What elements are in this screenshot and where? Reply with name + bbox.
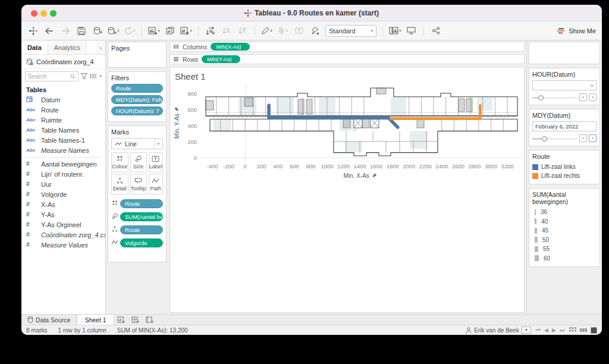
legend-item[interactable]: Lift-zaal rechts [532,171,597,180]
view-options-caret[interactable]: ▾ [99,74,102,79]
last-sheet-button[interactable]: ⏭ [560,327,564,334]
mark-pill[interactable]: Volgorde [120,239,163,247]
field-item[interactable]: #Volgorde [21,189,105,199]
date-slider-thumb[interactable] [542,136,547,142]
size-legend-item[interactable]: 36 [532,208,597,217]
size-legend-item[interactable]: 45 [532,226,597,236]
plot-area[interactable]: 0200400600800-400-2000200400600800100012… [170,67,524,258]
field-item[interactable]: AbcRuimte [21,115,105,125]
field-item[interactable]: #Y-As Orgineel [21,219,105,230]
highlight-button[interactable]: ▾ [261,24,273,38]
next-sheet-button[interactable]: ▶ [552,327,556,333]
duplicate-sheet-button[interactable] [164,24,176,38]
filmstrip-view-icon[interactable] [580,327,587,334]
field-item[interactable]: AbcMeasure Names [21,145,105,155]
sheet1-tab[interactable]: Sheet 1 [77,315,114,325]
sort-ascending-button[interactable] [221,24,233,38]
colour-button[interactable]: Colour [111,152,128,172]
size-button[interactable]: Size [130,152,147,172]
show-tabs-view-icon[interactable] [569,327,576,334]
hour-next-button[interactable]: › [589,93,597,101]
field-item[interactable]: #Y-As [21,209,105,219]
x-axis-title[interactable]: Min. X-As [344,172,377,179]
view-options-icon[interactable] [90,73,96,79]
rows-shelf[interactable]: Rows MIN(Y-As) [169,54,525,64]
date-slider[interactable] [532,135,577,142]
group-members-button[interactable]: ▾ [277,24,289,38]
date-next-button[interactable]: › [589,134,597,142]
show-hide-cards-button[interactable]: ▾ [389,24,401,38]
size-legend-item[interactable]: 50 [532,236,597,245]
label-button[interactable]: Label [149,152,163,172]
new-datasource-button[interactable] [92,24,103,38]
detail-button[interactable]: Detail [111,174,128,194]
field-item[interactable]: AbcRoute [21,105,105,115]
redo-button[interactable] [59,24,71,38]
mark-pill[interactable]: SUM(Aantal be.. [120,212,163,221]
tableau-home-button[interactable] [27,24,39,38]
mark-pill[interactable]: Route [120,199,163,208]
mark-pill[interactable]: Route [120,225,163,234]
first-sheet-button[interactable]: ⏮ [536,327,541,334]
clear-icon[interactable]: × [590,82,594,89]
field-item[interactable]: #Measure Values [21,240,105,250]
tab-analytics[interactable]: Analytics [48,40,87,54]
prev-sheet-button[interactable]: ◀ [544,327,548,333]
field-item[interactable]: Datum [21,95,105,105]
clear-sheet-button[interactable]: ▾ [180,24,192,38]
filter-pill[interactable]: Route [111,84,163,93]
show-mark-labels-button[interactable] [293,24,305,38]
new-story-tab-button[interactable] [143,315,157,325]
tooltip-button[interactable]: Tooltip [130,174,147,194]
size-legend-item[interactable]: 55 [532,244,597,254]
field-item[interactable]: #X-As [21,199,105,209]
new-worksheet-button[interactable]: ▾ [148,24,160,38]
worksheet-canvas[interactable]: Sheet 1 0200400600800-400-20002004006008… [169,67,525,313]
filter-pill[interactable]: HOUR(Datum): 7 [111,106,163,115]
date-prev-button[interactable]: ‹ [579,134,587,142]
share-button[interactable] [430,24,442,38]
size-legend-item[interactable]: 60 [532,254,597,263]
swap-rows-columns-button[interactable] [205,24,216,38]
hour-slider[interactable] [532,94,577,101]
refresh-button[interactable]: ▾ [124,24,136,38]
single-sheet-view-icon[interactable] [591,327,597,334]
legend-item[interactable]: Lift-zaal links [532,162,597,171]
hour-filter-input[interactable]: × [532,80,597,90]
new-dashboard-tab-button[interactable] [128,315,143,325]
rows-pill[interactable]: MIN(Y-As) [202,55,240,63]
new-worksheet-tab-button[interactable] [114,315,128,325]
sort-descending-button[interactable] [237,24,249,38]
field-item[interactable]: #Aantal bewegingen [21,159,105,169]
presentation-mode-button[interactable] [406,24,417,38]
collapse-pane-button[interactable]: ‹ [96,40,105,54]
hour-prev-button[interactable]: ‹ [579,93,587,101]
data-source-tab[interactable]: Data Source [21,315,77,325]
mark-type-selector[interactable]: Line ▾ [111,138,163,149]
hour-slider-thumb[interactable] [538,95,544,101]
fix-axes-button[interactable] [309,24,321,38]
y-axis-title[interactable]: Min. Y-As [174,106,180,139]
size-legend-item[interactable]: 40 [532,217,597,227]
field-item[interactable]: AbcTable Names-1 [21,135,105,145]
show-me-button[interactable]: Show Me [557,27,596,34]
data-source-item[interactable]: Coördinaten zorg_4 [21,55,105,69]
path-button[interactable]: Path [149,174,163,194]
field-item[interactable]: #Lijn' of routenr. [21,169,105,179]
search-input[interactable]: Search [25,71,79,81]
user-menu[interactable]: Erik van de Beek ▼ [466,327,531,334]
columns-pill[interactable]: MIN(X-As) [211,43,250,51]
save-button[interactable] [76,24,87,38]
filter-fields-icon[interactable] [81,73,87,79]
filter-pill[interactable]: MDY(Datum): Februa.. [111,95,163,104]
field-item[interactable]: #Coördinaten zorg_4.csv (... [21,230,105,240]
pause-updates-button[interactable]: ▾ [108,24,120,38]
field-item[interactable]: #Uur [21,179,105,189]
undo-button[interactable] [43,24,55,38]
date-filter-input[interactable]: February 6, 2022 [532,121,597,131]
fit-selector[interactable]: Standard▾ [325,25,376,37]
columns-shelf[interactable]: Columns MIN(X-As) [169,42,525,52]
field-item[interactable]: AbcTable Names [21,125,105,135]
tab-data[interactable]: Data [21,40,48,54]
user-menu-caret[interactable]: ▼ [522,327,531,334]
